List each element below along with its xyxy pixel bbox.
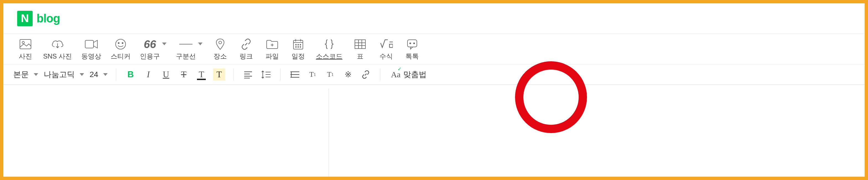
insert-quote-button[interactable]: 66 인용구 <box>140 38 160 61</box>
logo-text: blog <box>36 12 60 25</box>
special-char-button[interactable]: ※ <box>342 68 354 81</box>
svg-rect-2 <box>85 40 93 48</box>
font-size-dropdown[interactable]: 24 <box>90 70 107 79</box>
quote-icon: 66 <box>144 38 156 50</box>
insert-divider-button[interactable]: 구분선 <box>176 38 196 61</box>
label: 링크 <box>240 52 253 61</box>
table-icon <box>354 38 366 50</box>
format-toolbar: 본문 나눔고딕 24 B I U T T T T1 T1 ※ <box>3 64 865 85</box>
column-guide <box>329 89 329 177</box>
label: 24 <box>90 70 98 79</box>
insert-link-button[interactable]: 링크 <box>238 38 254 61</box>
text-color-button[interactable]: T <box>195 68 208 81</box>
chevron-down-icon[interactable] <box>198 42 203 45</box>
svg-point-26 <box>410 43 411 44</box>
separator <box>234 68 234 81</box>
label: 파일 <box>266 52 279 61</box>
link-icon <box>241 38 252 50</box>
insert-toolbar: 사진 SNS 사진 동영상 스티커 66 인용구 <box>3 34 865 64</box>
svg-point-4 <box>118 42 119 44</box>
align-button[interactable] <box>242 68 254 81</box>
insert-schedule-button[interactable]: 일정 <box>290 38 307 61</box>
label: 수식 <box>379 52 393 61</box>
label: SNS 사진 <box>43 52 72 61</box>
video-icon <box>85 38 98 50</box>
insert-source-button[interactable]: 소스코드 <box>316 38 342 61</box>
insert-video-button[interactable]: 동영상 <box>81 38 101 61</box>
insert-sticker-button[interactable]: 스티커 <box>111 38 130 61</box>
divider-icon <box>179 38 192 50</box>
logo-badge: N <box>17 11 33 26</box>
label: 일정 <box>291 52 305 61</box>
code-braces-icon <box>323 38 335 50</box>
chat-icon <box>407 38 418 50</box>
spellcheck-button[interactable]: Aa 맞춤법 <box>389 68 429 81</box>
svg-point-16 <box>300 44 301 45</box>
label: 표 <box>357 52 364 61</box>
calendar-icon <box>293 38 304 50</box>
svg-point-5 <box>122 42 123 44</box>
logo-letter: N <box>21 12 29 25</box>
separator <box>116 68 116 81</box>
label: 인용구 <box>140 52 160 61</box>
insert-link-button[interactable] <box>360 68 372 81</box>
subscript-button[interactable]: T1 <box>324 68 336 81</box>
svg-point-18 <box>298 47 299 47</box>
folder-plus-icon <box>266 38 278 50</box>
font-family-dropdown[interactable]: 나눔고딕 <box>44 69 84 80</box>
insert-file-button[interactable]: 파일 <box>264 38 280 61</box>
chevron-down-icon[interactable] <box>162 42 166 45</box>
insert-sns-photo-button[interactable]: SNS 사진 <box>43 38 72 61</box>
insert-table-button[interactable]: 표 <box>352 38 368 61</box>
label: 본문 <box>13 69 29 80</box>
insert-place-button[interactable]: 장소 <box>212 38 228 61</box>
label: 구분선 <box>176 52 196 61</box>
label: 동영상 <box>81 52 101 61</box>
svg-point-19 <box>300 47 301 47</box>
svg-point-1 <box>22 41 24 44</box>
spellcheck-icon: Aa <box>391 70 401 79</box>
svg-point-3 <box>116 39 126 49</box>
bold-button[interactable]: B <box>124 68 137 81</box>
list-button[interactable] <box>289 68 301 81</box>
cloud-download-icon <box>51 38 64 50</box>
strikethrough-button[interactable]: T <box>178 68 190 81</box>
location-pin-icon <box>216 38 225 50</box>
insert-talk-button[interactable]: 톡톡 <box>404 38 421 61</box>
label: 소스코드 <box>316 52 342 61</box>
svg-point-17 <box>296 47 297 47</box>
header: N blog <box>3 3 865 34</box>
highlight-button[interactable]: T <box>213 68 225 81</box>
editor-body[interactable] <box>3 89 865 177</box>
svg-rect-20 <box>355 40 365 48</box>
paragraph-style-dropdown[interactable]: 본문 <box>13 69 38 80</box>
chevron-down-icon <box>80 73 84 76</box>
label: 톡톡 <box>405 52 419 61</box>
separator <box>380 68 380 81</box>
svg-point-7 <box>219 41 222 44</box>
svg-point-27 <box>413 43 415 44</box>
line-height-button[interactable] <box>260 68 272 81</box>
svg-point-14 <box>296 44 297 45</box>
emoji-icon <box>115 38 126 50</box>
label: 나눔고딕 <box>44 69 75 80</box>
label: 스티커 <box>111 52 130 61</box>
label: 사진 <box>19 52 32 61</box>
label: 장소 <box>214 52 227 61</box>
insert-photo-button[interactable]: 사진 <box>17 38 34 61</box>
italic-button[interactable]: I <box>142 68 154 81</box>
chevron-down-icon <box>103 73 107 76</box>
insert-formula-button[interactable]: 수식 <box>378 38 395 61</box>
superscript-button[interactable]: T1 <box>307 68 319 81</box>
photo-icon <box>19 38 32 50</box>
svg-point-15 <box>298 44 299 45</box>
label: 맞춤법 <box>403 69 427 80</box>
svg-rect-25 <box>407 40 417 47</box>
chevron-down-icon <box>34 73 38 76</box>
formula-icon <box>379 38 393 50</box>
underline-button[interactable]: U <box>160 68 172 81</box>
